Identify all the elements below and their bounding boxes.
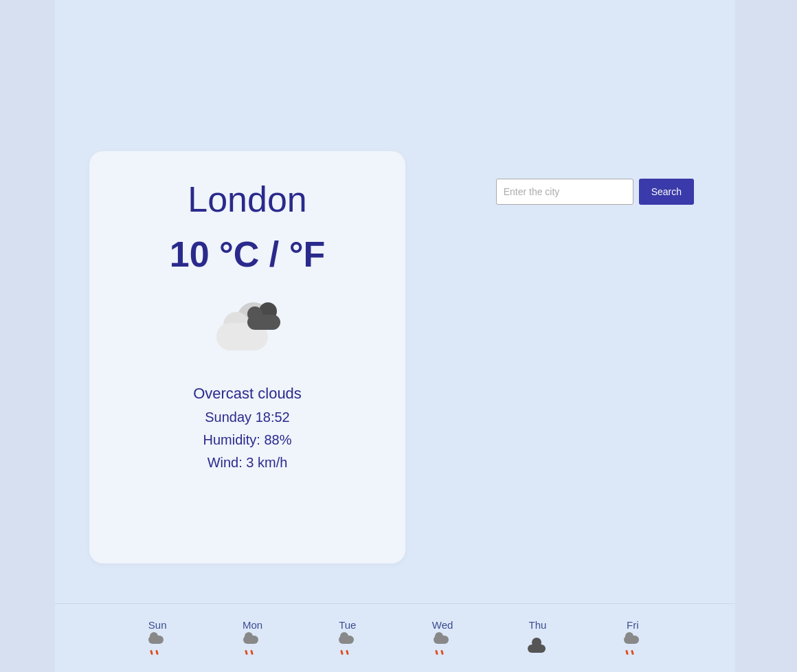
forecast-icon-wed	[431, 635, 453, 657]
forecast-day-label-sun: Sun	[148, 619, 167, 631]
dark-cloud-small-thu	[528, 639, 547, 653]
search-area: Search	[496, 179, 694, 205]
forecast-day-fri: Fri	[605, 619, 660, 657]
forecast-day-label-mon: Mon	[243, 619, 262, 631]
temperature-value: 10 °C / °F	[170, 234, 326, 274]
dark-cloud-body	[247, 315, 280, 330]
search-button[interactable]: Search	[639, 179, 694, 205]
rain-icon-sun	[147, 636, 168, 656]
forecast-day-sun: Sun	[130, 619, 185, 657]
rain-icon-tue	[337, 636, 358, 656]
forecast-day-wed: Wed	[415, 619, 470, 657]
top-row: London 10 °C / °F Overcast clouds Sund	[55, 14, 735, 563]
forecast-icon-sun	[146, 635, 168, 657]
weather-description: Overcast clouds	[193, 385, 302, 403]
rain-icon-mon	[242, 636, 262, 656]
forecast-day-label-thu: Thu	[529, 619, 547, 631]
forecast-day-label-fri: Fri	[627, 619, 639, 631]
forecast-day-thu: Thu	[510, 619, 565, 657]
weather-wind: Wind: 3 km/h	[207, 455, 288, 471]
weather-icon-container	[206, 295, 289, 364]
weather-card: London 10 °C / °F Overcast clouds Sund	[89, 151, 405, 563]
temperature: 10 °C / °F	[170, 234, 326, 275]
search-input[interactable]	[496, 179, 633, 205]
city-name: London	[188, 179, 307, 220]
forecast-day-label-tue: Tue	[339, 619, 356, 631]
rain-icon-wed	[432, 636, 453, 656]
forecast-icon-thu	[526, 635, 548, 657]
cloud-icon	[213, 302, 282, 357]
forecast-day-mon: Mon	[225, 619, 280, 657]
main-container: London 10 °C / °F Overcast clouds Sund	[55, 0, 735, 672]
forecast-row: Sun Mon Tue	[55, 603, 735, 672]
weather-time: Sunday 18:52	[205, 410, 289, 425]
forecast-icon-fri	[622, 635, 644, 657]
forecast-day-tue: Tue	[320, 619, 375, 657]
rain-icon-fri	[622, 636, 643, 656]
forecast-icon-tue	[337, 635, 359, 657]
forecast-icon-mon	[241, 635, 263, 657]
weather-humidity: Humidity: 88%	[203, 432, 292, 448]
forecast-day-label-wed: Wed	[432, 619, 453, 631]
dark-cloud-overlay	[244, 306, 282, 330]
